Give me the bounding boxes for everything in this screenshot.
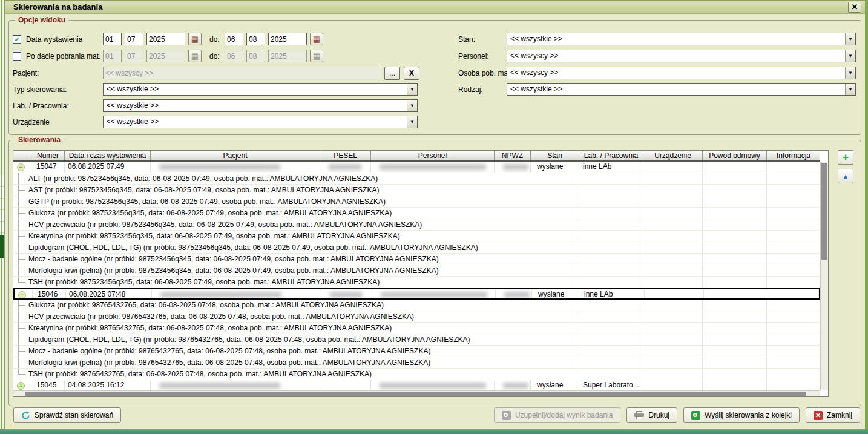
- test-row[interactable]: Morfologia krwi (pełna) (nr próbki: 9876…: [13, 357, 820, 369]
- cell-lab: inne LAb: [579, 162, 643, 173]
- col-personel[interactable]: Personel: [371, 151, 495, 160]
- date-from-month-field[interactable]: [125, 33, 143, 45]
- material-date-checkbox[interactable]: [13, 52, 21, 61]
- collector-select[interactable]: << wszyscy >> ▼: [507, 67, 856, 79]
- test-row-label: GGTP (nr próbki: 987523456q345, data: 06…: [28, 197, 386, 206]
- print-button[interactable]: Drukuj: [626, 407, 677, 423]
- send-queue-button[interactable]: Wyślij skierowania z kolejki: [683, 407, 800, 423]
- horizontal-scrollbar[interactable]: [13, 390, 820, 396]
- personnel-select[interactable]: << wszyscy >> ▼: [507, 50, 856, 62]
- test-row[interactable]: Lipidogram (CHOL, HDL, LDL, TG) (nr prób…: [13, 334, 820, 346]
- test-row[interactable]: TSH (nr próbki: 98765432765, data: 06-08…: [13, 369, 820, 380]
- test-row-label: AST (nr próbki: 987523456q345, data: 06-…: [28, 186, 379, 194]
- test-row-label: HCV przeciwciała (nr próbki: 987523456q3…: [28, 220, 422, 229]
- test-row-label: Morfologia krwi (pełna) (nr próbki: 9875…: [28, 266, 439, 275]
- expand-row-icon[interactable]: +: [17, 382, 25, 390]
- date-issued-checkbox[interactable]: ✓: [13, 35, 21, 44]
- test-row[interactable]: GGTP (nr próbki: 987523456q345, data: 06…: [13, 196, 820, 208]
- date-to-year-field[interactable]: [268, 33, 307, 45]
- device-select[interactable]: << wszystkie >> ▼: [103, 116, 418, 128]
- col-urzadzenie[interactable]: Urządzenie: [643, 151, 703, 160]
- collector-select-value: << wszyscy >>: [510, 68, 558, 77]
- referral-type-row: Typ skierowania: << wszystkie >> ▼ Rodza…: [9, 83, 861, 96]
- cell-personel: [371, 162, 495, 173]
- date-to-month-field[interactable]: [246, 33, 265, 45]
- col-numer[interactable]: Numer: [31, 151, 65, 160]
- personnel-filter-label: Personel:: [458, 52, 489, 61]
- material-from-year-field: [146, 50, 185, 62]
- collapse-all-button[interactable]: ▲: [838, 169, 853, 183]
- referral-type-select[interactable]: << wszystkie >> ▼: [103, 83, 418, 96]
- test-row[interactable]: Mocz - badanie ogólne (nr próbki: 987523…: [13, 254, 820, 265]
- chevron-down-icon[interactable]: ▼: [407, 100, 417, 111]
- close-button[interactable]: ✕ Zamknij: [806, 407, 860, 423]
- chevron-down-icon[interactable]: ▼: [845, 33, 855, 45]
- cell-urz: [643, 162, 703, 173]
- referral-row[interactable]: −1504606.08.2025 07:48wysłaneinne LAb: [13, 288, 820, 300]
- chevron-down-icon[interactable]: ▼: [845, 84, 855, 95]
- test-row[interactable]: ALT (nr próbki: 987523456q345, data: 06-…: [13, 173, 820, 185]
- collapse-row-icon[interactable]: −: [17, 163, 25, 171]
- col-npwz[interactable]: NPWZ: [495, 151, 531, 160]
- horizontal-scrollbar-thumb[interactable]: [25, 392, 806, 396]
- cell-info: [768, 289, 819, 298]
- test-row[interactable]: HCV przeciwciała (nr próbki: 987523456q3…: [13, 219, 820, 231]
- date-from-day-field[interactable]: [103, 33, 122, 45]
- test-row[interactable]: Morfologia krwi (pełna) (nr próbki: 9875…: [13, 265, 820, 277]
- check-status-button[interactable]: Sprawdź stan skierowań: [13, 407, 121, 423]
- tree-line: [18, 225, 25, 225]
- vertical-scrollbar-thumb[interactable]: [821, 163, 827, 260]
- referral-row[interactable]: −1504706.08.2025 07:49wysłaneinne LAb: [13, 162, 820, 173]
- check-status-label: Sprawdź stan skierowań: [35, 411, 113, 419]
- add-result-label: Uzupełnij/dodaj wynik badania: [515, 411, 613, 419]
- col-stan[interactable]: Stan: [531, 151, 579, 160]
- tree-line: [18, 179, 25, 179]
- close-icon[interactable]: ✕: [848, 2, 861, 13]
- cell-npwz: [495, 162, 531, 173]
- col-informacja[interactable]: Informacja: [767, 151, 820, 160]
- test-row[interactable]: HCV przeciwciała (nr próbki: 98765432765…: [13, 311, 820, 323]
- col-powod[interactable]: Powód odmowy: [703, 151, 767, 160]
- state-select[interactable]: << wszystkie >> ▼: [507, 33, 856, 45]
- test-row-label: Kreatynina (nr próbki: 98765432765, data…: [28, 324, 392, 332]
- test-row[interactable]: AST (nr próbki: 987523456q345, data: 06-…: [13, 185, 820, 196]
- dialog-title: Skierowania na badania: [13, 2, 102, 12]
- date-to-day-field[interactable]: [225, 33, 243, 45]
- patient-field[interactable]: [103, 67, 381, 79]
- chevron-down-icon[interactable]: ▼: [845, 67, 855, 79]
- test-row[interactable]: Mocz - badanie ogólne (nr próbki: 987654…: [13, 346, 820, 357]
- col-expander[interactable]: [13, 151, 31, 160]
- kind-select[interactable]: << wszystkie >> ▼: [507, 83, 856, 96]
- test-row[interactable]: Glukoza (nr próbki: 987523456q345, data:…: [13, 208, 820, 219]
- vertical-scrollbar[interactable]: [820, 162, 828, 390]
- collapse-row-icon[interactable]: −: [18, 291, 26, 298]
- date-from-year-field[interactable]: [146, 33, 185, 45]
- test-row[interactable]: Kreatynina (nr próbki: 98765432765, data…: [13, 323, 820, 334]
- lab-select[interactable]: << wszystkie >> ▼: [103, 99, 418, 112]
- test-row[interactable]: Kreatynina (nr próbki: 987523456q345, da…: [13, 231, 820, 242]
- device-filter-label: Urządzenie: [13, 118, 50, 127]
- test-row[interactable]: Glukoza (nr próbki: 98765432765, data: 0…: [13, 300, 820, 311]
- chevron-down-icon[interactable]: ▼: [845, 50, 855, 62]
- chevron-down-icon[interactable]: ▼: [407, 84, 417, 95]
- test-row-label: Glukoza (nr próbki: 987523456q345, data:…: [28, 209, 392, 217]
- date-issued-row: ✓ Data wystawienia ▦ do: ▦ Stan: << wszy…: [9, 33, 861, 46]
- chevron-down-icon[interactable]: ▼: [407, 116, 417, 128]
- tree-line: [18, 271, 25, 271]
- calendar-icon[interactable]: ▦: [188, 33, 202, 45]
- expand-all-button[interactable]: +: [838, 150, 853, 165]
- col-lab[interactable]: Lab. / Pracownia: [579, 151, 643, 160]
- redacted-text: [504, 292, 530, 298]
- cell-stan: wysłane: [532, 289, 580, 298]
- redacted-text: [381, 292, 487, 298]
- col-date[interactable]: Data i czas wystawienia: [65, 151, 151, 160]
- calendar-icon[interactable]: ▦: [310, 33, 323, 45]
- test-row[interactable]: TSH (nr próbki: 987523456q345, data: 06-…: [13, 277, 820, 288]
- test-row[interactable]: Lipidogram (CHOL, HDL, LDL, TG) (nr prób…: [13, 242, 820, 254]
- table-header: Numer Data i czas wystawienia Pacjent PE…: [13, 151, 820, 162]
- patient-browse-button[interactable]: ...: [384, 67, 400, 80]
- col-pacjent[interactable]: Pacjent: [151, 151, 320, 160]
- patient-clear-button[interactable]: X: [404, 67, 419, 80]
- dialog-titlebar[interactable]: Skierowania na badania ✕: [5, 1, 865, 14]
- col-pesel[interactable]: PESEL: [320, 151, 371, 160]
